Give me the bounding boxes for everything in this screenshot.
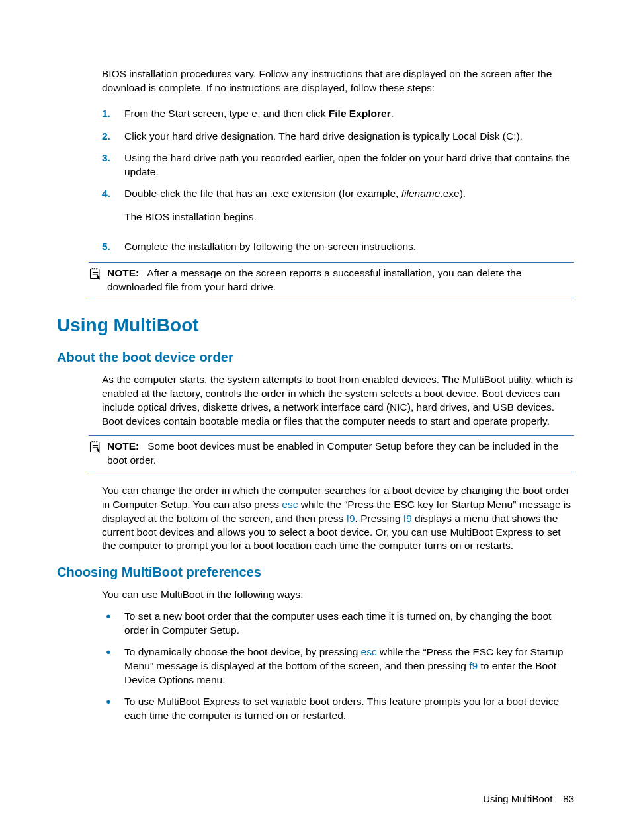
list-item-text: To set a new boot order that the compute… (124, 610, 574, 638)
step-followup: The BIOS installation begins. (124, 210, 574, 224)
heading-2: About the boot device order (57, 349, 574, 366)
step-number: 5. (102, 240, 124, 254)
step-item: 4. Double-click the file that has an .ex… (102, 187, 574, 232)
body-paragraph: You can change the order in which the co… (102, 484, 574, 554)
heading-1: Using MultiBoot (57, 313, 574, 338)
note-body: NOTE: Some boot devices must be enabled … (107, 440, 574, 468)
step-number: 4. (102, 187, 124, 201)
bullet-list: ● To set a new boot order that the compu… (102, 610, 574, 722)
step-number: 1. (102, 107, 124, 121)
body-paragraph: As the computer starts, the system attem… (102, 373, 574, 429)
bullet-icon: ● (102, 646, 124, 659)
ordered-steps: 1. From the Start screen, type e, and th… (102, 107, 574, 254)
step-text: From the Start screen, type e, and then … (124, 107, 574, 122)
step-text: Click your hard drive designation. The h… (124, 130, 574, 144)
step-text: Double-click the file that has an .exe e… (124, 187, 574, 232)
list-item-text: To use MultiBoot Express to set variable… (124, 695, 574, 723)
step-text: Complete the installation by following t… (124, 240, 574, 254)
footer-section-title: Using MultiBoot (483, 793, 552, 804)
step-text: Using the hard drive path you recorded e… (124, 151, 574, 179)
step-item: 3. Using the hard drive path you recorde… (102, 151, 574, 179)
body-paragraph: You can use MultiBoot in the following w… (102, 588, 574, 602)
bullet-icon: ● (102, 610, 124, 623)
note-icon (89, 267, 103, 284)
page-footer: Using MultiBoot83 (483, 792, 574, 806)
note-body: NOTE: After a message on the screen repo… (107, 267, 574, 294)
note-callout: NOTE: After a message on the screen repo… (89, 262, 574, 299)
note-callout: NOTE: Some boot devices must be enabled … (89, 435, 574, 472)
list-item: ● To dynamically choose the boot device,… (102, 646, 574, 687)
intro-paragraph: BIOS installation procedures vary. Follo… (102, 67, 574, 95)
document-page: BIOS installation procedures vary. Follo… (0, 0, 631, 840)
bullet-icon: ● (102, 695, 124, 708)
step-item: 2. Click your hard drive designation. Th… (102, 130, 574, 144)
list-item-text: To dynamically choose the boot device, b… (124, 646, 574, 687)
page-number: 83 (563, 793, 574, 804)
note-icon (89, 441, 103, 458)
list-item: ● To use MultiBoot Express to set variab… (102, 695, 574, 723)
step-number: 2. (102, 130, 124, 144)
step-item: 5. Complete the installation by followin… (102, 240, 574, 254)
step-item: 1. From the Start screen, type e, and th… (102, 107, 574, 122)
heading-2: Choosing MultiBoot preferences (57, 564, 574, 581)
step-number: 3. (102, 151, 124, 165)
list-item: ● To set a new boot order that the compu… (102, 610, 574, 638)
